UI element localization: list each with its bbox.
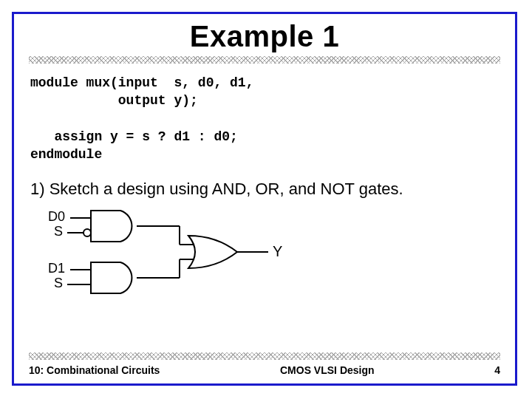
label-y: Y xyxy=(273,243,282,259)
slide-title: Example 1 xyxy=(14,20,515,53)
circuit-diagram: D0 S D1 S xyxy=(47,209,515,308)
question-text: 1) Sketch a design using AND, OR, and NO… xyxy=(30,180,515,199)
or-gate: Y xyxy=(188,236,282,268)
and-gate-bottom: D1 S xyxy=(48,261,165,293)
footer-left: 10: Combinational Circuits xyxy=(29,364,160,376)
slide-frame: Example 1 module mux(input s, d0, d1, ou… xyxy=(12,12,517,386)
label-s-top: S xyxy=(54,224,63,239)
code-line: assign y = s ? d1 : d0; xyxy=(30,129,238,144)
code-line: endmodule xyxy=(30,147,102,162)
label-s-bottom: S xyxy=(54,276,63,290)
code-line: output y); xyxy=(30,93,198,108)
footer-center: CMOS VLSI Design xyxy=(280,364,375,376)
label-d0: D0 xyxy=(48,209,65,224)
slide-footer: 10: Combinational Circuits CMOS VLSI Des… xyxy=(29,352,500,376)
verilog-code: module mux(input s, d0, d1, output y); a… xyxy=(30,74,515,163)
label-d1: D1 xyxy=(48,261,65,276)
title-divider xyxy=(29,56,500,64)
page-number: 4 xyxy=(494,364,500,376)
and-gate-top: D0 S xyxy=(48,209,165,242)
not-bubble-icon xyxy=(83,229,91,236)
footer-divider xyxy=(29,352,500,360)
code-line: module mux(input s, d0, d1, xyxy=(30,75,253,90)
